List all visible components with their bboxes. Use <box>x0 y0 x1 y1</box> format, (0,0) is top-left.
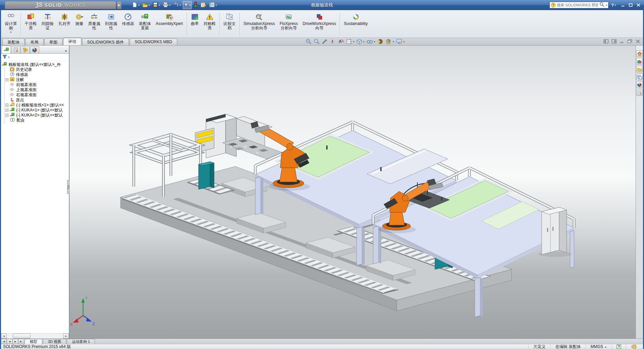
scroll-track[interactable] <box>7 333 63 339</box>
last-tab-button[interactable]: ▶| <box>18 339 24 344</box>
save-caret[interactable]: ▾ <box>159 4 160 7</box>
curvature-button[interactable]: 曲率 <box>188 11 201 37</box>
motion-study-tab[interactable]: 运动算例 1 <box>67 339 95 344</box>
view-palette-button[interactable] <box>636 74 643 80</box>
3d-views-tab[interactable]: 3D 视图 <box>43 339 66 344</box>
select-caret[interactable]: ▾ <box>189 4 191 7</box>
tree-item-history[interactable]: 历史记录 <box>5 67 69 72</box>
featuremanager-tree-tab[interactable] <box>2 46 11 53</box>
appearances-scenes-button[interactable] <box>636 81 643 88</box>
zoom-fit-button[interactable] <box>306 38 312 45</box>
panel-splitter-grip[interactable]: ◄► <box>67 180 70 194</box>
view-settings-caret[interactable]: ▾ <box>403 40 405 43</box>
save-button[interactable]: ▾ <box>152 1 161 9</box>
expand-component-1[interactable]: + <box>5 104 8 107</box>
view-settings-button[interactable]: ▾ <box>396 38 405 45</box>
doc-close-button[interactable] <box>636 39 640 45</box>
expand-component-3[interactable]: + <box>5 114 8 117</box>
displaymanager-tab[interactable] <box>30 46 39 53</box>
tab-layout[interactable]: 布局 <box>25 38 44 45</box>
tree-root[interactable]: 栈板输送线 (默认<<默认>_外 <box>2 62 69 67</box>
display-style-caret[interactable]: ▾ <box>363 40 364 43</box>
doc-restore-button[interactable] <box>627 39 633 45</box>
edit-appearance-button[interactable] <box>377 38 383 45</box>
simulationxpress-button[interactable]: SimulationXpress 分析向导 <box>241 11 277 37</box>
maximize-button[interactable] <box>628 3 633 7</box>
units-selector[interactable]: MMGS▲ <box>586 344 612 349</box>
tab-evaluate[interactable]: 评估 <box>63 38 81 45</box>
zoom-area-button[interactable] <box>314 38 320 45</box>
tree-item-mates[interactable]: 配合 <box>5 118 69 123</box>
panel-tab-overflow-chevron[interactable]: » <box>65 49 68 53</box>
help-menu[interactable]: ?▾ <box>611 3 616 8</box>
collapse-right-pane-button[interactable] <box>612 39 617 45</box>
view-orientation-caret[interactable]: ▾ <box>353 40 354 43</box>
open-caret[interactable]: ▾ <box>149 4 150 7</box>
rebuild-button[interactable] <box>193 1 198 9</box>
expand-annotations[interactable]: + <box>5 78 8 81</box>
undo-caret[interactable]: ▾ <box>180 4 181 7</box>
design-study-button[interactable]: 设计算 例 ▾ <box>2 11 19 37</box>
clearance-verify-button[interactable]: 间隙验 证 <box>39 11 56 37</box>
scroll-right-arrow[interactable]: ► <box>63 333 69 339</box>
expand-component-2[interactable]: + <box>5 109 8 112</box>
measure-button[interactable]: 测量 <box>73 11 86 37</box>
tree-item-sensors[interactable]: 传感器 <box>5 72 69 77</box>
open-button[interactable]: ▾ <box>141 1 151 9</box>
options-button[interactable]: ▾ <box>208 1 217 9</box>
sensor-button[interactable]: 传感器 <box>120 11 136 37</box>
hole-alignment-button[interactable]: 孔对齐 <box>56 11 73 37</box>
prev-tab-button[interactable]: ◀ <box>7 339 12 344</box>
doc-minimize-button[interactable] <box>620 39 624 45</box>
model-tab[interactable]: 模型 <box>25 339 42 344</box>
file-explorer-button[interactable] <box>636 66 643 73</box>
previous-view-button[interactable] <box>322 38 328 45</box>
quick-tips-toggle[interactable]: ? <box>612 344 626 349</box>
tree-item-component-conveyor[interactable]: +(-) 栈板输送线<1> (默认<< <box>5 103 69 108</box>
section-properties-button[interactable]: 剖面属 性 <box>103 11 120 37</box>
scroll-thumb[interactable] <box>13 333 30 339</box>
tab-solidworks-addins[interactable]: SOLIDWORKS 插件 <box>82 38 129 45</box>
tab-sketch[interactable]: 草图 <box>44 38 62 45</box>
tree-item-annotations[interactable]: +A注解 <box>5 77 69 82</box>
apply-scene-caret[interactable]: ▾ <box>393 40 394 43</box>
tree-item-component-kuka1[interactable]: +(-) KUKA<1> (默认<<默认 <box>5 108 69 113</box>
panel-horizontal-scrollbar[interactable]: ◄ ► <box>1 333 69 339</box>
print-button[interactable]: ▾ <box>162 1 171 9</box>
view-orientation-button[interactable]: ▾ <box>346 38 354 45</box>
scroll-left-arrow[interactable]: ◄ <box>1 333 7 339</box>
sustainability-button[interactable]: Sustainability <box>341 11 370 37</box>
assembly-visualize-button[interactable]: 装配体 直观 <box>136 11 153 37</box>
hide-show-caret[interactable]: ▾ <box>374 40 375 43</box>
search-box[interactable]: ? ▾ <box>549 2 609 8</box>
hide-show-items-button[interactable]: ▾ <box>366 38 375 45</box>
compare-documents-button[interactable]: ?比较文 档 <box>221 11 238 37</box>
search-icon[interactable] <box>599 2 604 8</box>
floxpress-button[interactable]: FloXpress 分析向导 <box>277 11 300 37</box>
first-tab-button[interactable]: |◀ <box>1 339 7 344</box>
next-tab-button[interactable]: ▶ <box>12 339 18 344</box>
design-study-caret[interactable]: ▾ <box>10 31 11 34</box>
close-button[interactable] <box>636 3 641 7</box>
configurationmanager-tab[interactable] <box>21 46 30 53</box>
tree-item-top-plane[interactable]: 上视基准面 <box>5 87 69 92</box>
units-caret[interactable]: ▲ <box>604 346 607 348</box>
dynamic-annotation-button[interactable]: A <box>338 38 344 45</box>
minimize-button[interactable] <box>621 3 625 7</box>
interference-check-button[interactable]: 干涉检 查 <box>22 11 39 37</box>
design-library-button[interactable] <box>636 58 643 65</box>
filter-caret[interactable]: ▾ <box>8 56 9 59</box>
file-properties-button[interactable] <box>199 1 207 9</box>
undo-button[interactable]: ▾ <box>172 1 182 9</box>
print-caret[interactable]: ▾ <box>169 4 171 7</box>
new-document-button[interactable]: ▾ <box>131 1 140 9</box>
tab-assembly[interactable]: 装配体 <box>2 38 25 45</box>
custom-properties-button[interactable] <box>636 89 643 96</box>
search-input[interactable] <box>557 3 598 7</box>
teal-cabinet-1[interactable] <box>199 162 214 189</box>
collapse-left-pane-button[interactable] <box>603 39 609 45</box>
filter-funnel-icon[interactable] <box>2 55 7 60</box>
solidworks-resources-button[interactable] <box>636 50 643 57</box>
tree-item-component-kuka2[interactable]: +(-) KUKA<2> (默认<<默认 <box>5 113 69 118</box>
search-scope-caret[interactable]: ▾ <box>606 4 607 7</box>
